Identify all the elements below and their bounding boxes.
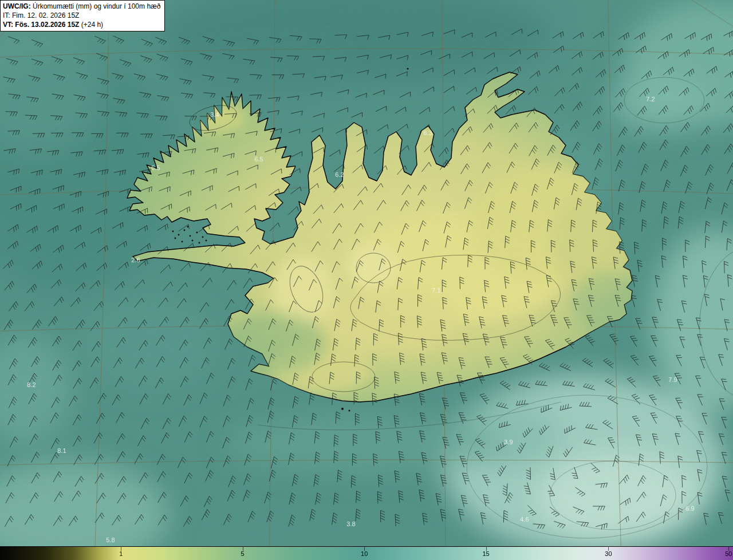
init-time: IT: Fim. 12. 02. 2026 15Z — [3, 11, 160, 20]
map-value-label: 6.2 — [335, 171, 344, 178]
map-value-label: 6.9 — [685, 505, 694, 512]
map-value-label: 6.3 — [423, 129, 432, 136]
map-value-label: 7.2 — [646, 96, 655, 102]
legend-line-valid: VT: Fös. 13.02.2026 15Z (+24 h) — [3, 20, 160, 29]
map-value-label: 8.1 — [57, 447, 66, 454]
map-value-label: 3.8 — [346, 520, 355, 527]
legend-line-title: UWC/IG: Úrkomumætti (mm) og vindur í 100… — [3, 2, 160, 11]
map-value-label: 7.1 — [432, 287, 440, 294]
weather-map-page: 3.46.56.56.26.37.22.67.18.27.98.13.93.84… — [0, 0, 733, 560]
map-value-label: 3.9 — [504, 439, 513, 445]
map-value-label: 3.4 — [210, 111, 219, 118]
map-value-label: 6.5 — [151, 164, 160, 171]
map-legend-box: UWC/IG: Úrkomumætti (mm) og vindur í 100… — [0, 0, 165, 31]
model-label: UWC/IG: — [3, 2, 31, 10]
valid-time: VT: Fös. 13.02.2026 15Z — [3, 21, 79, 29]
valid-offset: (+24 h) — [81, 21, 103, 29]
grain-texture — [0, 0, 733, 560]
colorbar-tick-label: 10 — [361, 547, 368, 560]
map-value-label: 7.9 — [668, 376, 677, 383]
colorbar-tick-label: 15 — [483, 547, 490, 560]
map-canvas: 3.46.56.56.26.37.22.67.18.27.98.13.93.84… — [0, 0, 733, 560]
colorbar-tick-label: 1 — [119, 547, 123, 560]
colorbar-tick-label: 50 — [725, 547, 732, 560]
map-value-label: 6.5 — [254, 156, 263, 163]
map-value-label: 2.6 — [131, 257, 140, 263]
map-value-label: 8.2 — [27, 381, 36, 388]
map-value-label: 4.6 — [520, 516, 529, 523]
colorbar: 1510153050 — [0, 546, 733, 560]
map-value-label: 5.8 — [106, 537, 115, 543]
colorbar-tick-label: 5 — [241, 547, 245, 560]
map-title: Úrkomumætti (mm) og vindur í 100m hæð — [33, 2, 160, 10]
colorbar-tick-label: 30 — [605, 547, 612, 560]
